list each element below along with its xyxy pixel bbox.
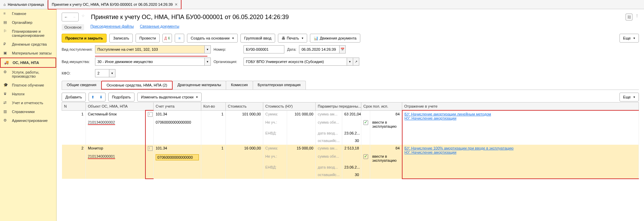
save-button[interactable]: Записать bbox=[109, 34, 133, 43]
calendar-icon: ▤ bbox=[3, 20, 9, 26]
th-srok[interactable]: Срок пол. исп. bbox=[361, 102, 402, 111]
close-icon[interactable]: × bbox=[175, 2, 177, 7]
movements-button[interactable]: 📊Движения документа bbox=[310, 34, 360, 43]
create-based-button[interactable]: Создать на основании▾ bbox=[187, 34, 238, 43]
print-button[interactable]: 🖶Печать▾ bbox=[278, 34, 307, 43]
tab-precious[interactable]: Драгоценные материалы bbox=[172, 81, 226, 90]
tab-document[interactable]: Принятие к учету ОС, НМА, НПА БУ00-00000… bbox=[48, 0, 182, 10]
move-up-button[interactable]: ⬆ bbox=[89, 93, 97, 101]
reflection-link-bu[interactable]: БУ: Начисление 100% амортизации при ввод… bbox=[405, 146, 637, 150]
th-cost[interactable]: Стоимость bbox=[226, 102, 263, 111]
nav-reference[interactable]: ▥Справочники bbox=[0, 107, 56, 116]
reflection-link-nu[interactable]: НУ: Начисление амортизации bbox=[405, 116, 637, 120]
chart-icon: 📊 bbox=[314, 36, 318, 41]
th-acct[interactable]: Счет учета bbox=[154, 102, 201, 111]
number-input[interactable] bbox=[244, 45, 284, 53]
cell-acct: 101.34 bbox=[154, 145, 201, 153]
nav-label: Администрирование bbox=[12, 119, 48, 123]
forward-button[interactable]: → bbox=[70, 13, 78, 21]
group-input-button[interactable]: Групповой ввод bbox=[240, 34, 275, 43]
marker-cell[interactable] bbox=[145, 145, 154, 153]
more-icon[interactable]: ⋮ bbox=[635, 14, 639, 20]
date-input[interactable] bbox=[299, 45, 340, 53]
org-label: Организация: bbox=[214, 60, 241, 64]
post-button[interactable]: Провести bbox=[136, 34, 160, 43]
nu-label: Сумма: bbox=[263, 110, 287, 119]
sliders-icon: ⚙ bbox=[3, 70, 9, 75]
dropdown-button[interactable]: ▾ bbox=[205, 45, 211, 53]
list-button[interactable]: ≡ bbox=[175, 34, 184, 43]
table-more-button[interactable]: Еще▾ bbox=[619, 93, 639, 101]
chevron-down-icon: ▾ bbox=[302, 36, 303, 40]
document-title: Принятие к учету ОС, НМА, НПА БУ00-00000… bbox=[91, 14, 289, 21]
reflection-link-nu[interactable]: НУ: Начисление амортизации bbox=[405, 150, 637, 154]
nav-planning[interactable]: ⚐Планирование и санкционирование bbox=[0, 27, 56, 40]
commission-checkbox[interactable] bbox=[363, 120, 368, 125]
move-down-button[interactable]: ⬇ bbox=[97, 93, 105, 101]
dropdown-button[interactable]: ▾ bbox=[347, 58, 353, 66]
nav-services[interactable]: ⚙Услуги, работы, производство bbox=[0, 68, 56, 81]
cell-reflection: БУ: Начисление амортизации линейным мето… bbox=[402, 110, 639, 145]
nav-main[interactable]: ≡Главное bbox=[0, 9, 56, 18]
property-type-input[interactable] bbox=[95, 58, 205, 66]
calendar-button[interactable]: 📅 bbox=[340, 45, 346, 53]
table-row[interactable]: 1 Системный блок 101.34 1 101 000,00 Сум… bbox=[62, 110, 639, 119]
nav-label: Главное bbox=[12, 12, 26, 16]
pick-button[interactable]: Подобрать bbox=[108, 93, 135, 101]
cell-acct2-active[interactable]: 07060000000000000 bbox=[156, 154, 199, 160]
th-params[interactable]: Параметры переданны... bbox=[316, 102, 361, 111]
add-row-button[interactable]: Добавить bbox=[62, 93, 86, 101]
tab-home[interactable]: ⌂ Начальная страница bbox=[0, 1, 48, 8]
cell-cost: 101 000,00 bbox=[226, 110, 263, 119]
cell-reflection: БУ: Начисление 100% амортизации при ввод… bbox=[402, 145, 639, 179]
top-tabs: ⌂ Начальная страница Принятие к учету ОС… bbox=[0, 0, 644, 9]
tab-commission[interactable]: Комиссия bbox=[226, 81, 253, 90]
nu-value: 101 000,00 bbox=[287, 110, 316, 119]
subnav-files[interactable]: Присоединенные файлы bbox=[90, 24, 133, 30]
open-button[interactable]: ↗ bbox=[353, 58, 359, 66]
tab-accounting[interactable]: Бухгалтерская операция bbox=[253, 81, 306, 90]
receipt-type-input[interactable] bbox=[95, 45, 205, 53]
subnav-main[interactable]: Основное bbox=[62, 24, 84, 30]
param-value: 2 513,18 bbox=[342, 145, 361, 153]
home-icon: ⌂ bbox=[3, 2, 6, 6]
command-bar: Провести и закрыть Записать Провести ДК … bbox=[62, 34, 639, 43]
nav-education[interactable]: 🎓Платное обучение bbox=[0, 81, 56, 90]
commission-checkbox[interactable] bbox=[363, 154, 368, 159]
dropdown-button[interactable]: ▾ bbox=[109, 69, 115, 77]
nav-taxes[interactable]: ♛Налоги bbox=[0, 90, 56, 98]
chevron-down-icon: ▾ bbox=[232, 36, 234, 40]
cell-obj-name: Монитор bbox=[86, 145, 145, 153]
inner-tabs: Общие сведения Основные средства, НМА, Н… bbox=[62, 81, 639, 90]
nav-materials[interactable]: ▣Материальные запасы bbox=[0, 49, 56, 58]
link-icon[interactable]: ⛓ bbox=[626, 14, 632, 20]
dt-kt-button[interactable]: ДК bbox=[162, 34, 172, 43]
back-button[interactable]: ← bbox=[62, 13, 70, 21]
table-row[interactable]: 2 Монитор 101.34 1 16 000,00 Сумма: 15 0… bbox=[62, 145, 639, 153]
subnav-related[interactable]: Связанные документы bbox=[140, 24, 179, 30]
edit-selected-button[interactable]: Изменить выделенные строки▾ bbox=[137, 93, 202, 101]
reflection-link-bu[interactable]: БУ: Начисление амортизации линейным мето… bbox=[405, 112, 637, 116]
th-n[interactable]: N bbox=[62, 102, 86, 111]
nav-admin[interactable]: ⚙Администрирование bbox=[0, 116, 56, 125]
th-cost-nu[interactable]: Стоимость (НУ) bbox=[263, 102, 316, 111]
th-obj[interactable]: Объект ОС, НМА, НПА bbox=[86, 102, 154, 111]
nav-organizer[interactable]: ▤Органайзер bbox=[0, 18, 56, 27]
nav-cash[interactable]: ₽Денежные средства bbox=[0, 40, 56, 49]
more-button[interactable]: Еще▾ bbox=[619, 34, 639, 43]
param-value: 30 bbox=[342, 137, 361, 145]
tab-os-items[interactable]: Основные средства, НМА, НПА (2) bbox=[101, 81, 173, 90]
favorite-icon[interactable]: ☆ bbox=[81, 14, 88, 20]
nav-reporting[interactable]: ⇄Учет и отчетность bbox=[0, 98, 56, 107]
kfo-input[interactable] bbox=[95, 69, 109, 77]
chevron-down-icon: ▾ bbox=[633, 36, 635, 40]
th-qty[interactable]: Кол-во bbox=[201, 102, 226, 111]
marker-cell[interactable] bbox=[145, 110, 154, 119]
post-close-button[interactable]: Провести и закрыть bbox=[62, 34, 107, 43]
sub-navigation: Основное Присоединенные файлы Связанные … bbox=[62, 24, 639, 30]
nav-os[interactable]: 🚚ОС, НМА, НПА bbox=[0, 58, 56, 68]
dropdown-button[interactable]: ▾ bbox=[205, 58, 211, 66]
org-input[interactable] bbox=[244, 58, 347, 66]
tab-general[interactable]: Общие сведения bbox=[62, 81, 101, 90]
th-refl[interactable]: Отражение в учете bbox=[402, 102, 639, 111]
